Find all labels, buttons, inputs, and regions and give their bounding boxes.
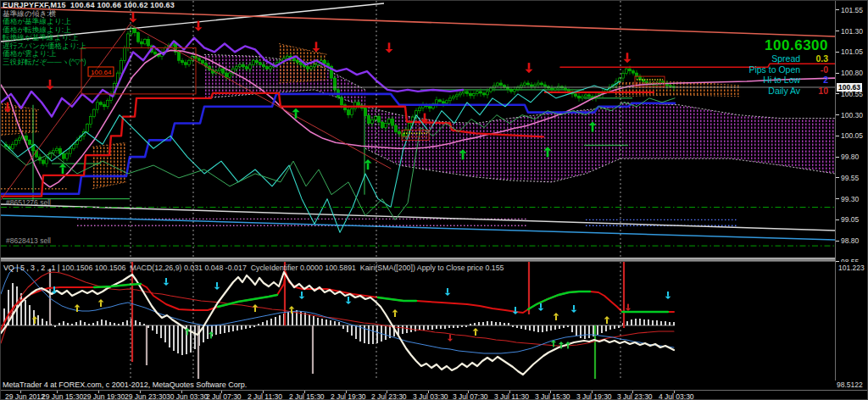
candle-body — [29, 140, 31, 144]
candle-body — [56, 148, 58, 150]
candle-body — [266, 67, 269, 69]
price-tick-mark — [836, 136, 839, 136]
signal-arrow-green-up-shaft — [553, 342, 554, 347]
sell-signal-arrow-shaft — [315, 42, 318, 48]
candle-body — [429, 107, 431, 108]
signal-arrow-cyan-down-shaft — [216, 282, 218, 287]
time-axis-label: 29 Jun 15:30 — [42, 392, 83, 400]
signal-arrow-green-up — [209, 331, 214, 334]
candle-body — [46, 158, 48, 164]
signal-arrow-green-up-shaft — [186, 331, 188, 335]
candle-body — [314, 64, 316, 66]
candle-body — [97, 103, 99, 109]
candle-body — [259, 63, 262, 64]
candle-body — [470, 93, 472, 95]
candle-body — [12, 144, 14, 148]
candle-body — [253, 60, 255, 64]
sell-signal-arrow-shaft — [388, 42, 391, 49]
indicator-axis[interactable]: 101.223 — [835, 262, 868, 381]
buy-signal-arrow — [292, 108, 300, 113]
price-tick-mark — [836, 93, 839, 94]
signal-arrow-green-up-shaft — [560, 344, 562, 348]
ichimoku-status-lines: 基準線の傾き:横価格が基準線より:上価格が転換線より:上転換線が基準線より:上遅… — [3, 10, 175, 67]
candle-body — [632, 71, 635, 73]
time-axis-label: 3 Jul 11:30 — [494, 392, 529, 400]
signal-arrow-cyan-down-shaft — [447, 288, 448, 293]
candle-body — [181, 60, 184, 62]
candle-body — [449, 98, 452, 101]
price-axis[interactable]: 101.55101.30101.05100.80100.55100.30100.… — [835, 1, 868, 262]
candle-body — [629, 69, 632, 70]
signal-arrow-yellow-up-shaft — [555, 315, 557, 320]
indicator-axis-top-label: 101.223 — [838, 264, 865, 272]
current-price-axis-box: 100.63 — [837, 83, 862, 92]
candle-body — [364, 108, 367, 116]
candle-body — [459, 93, 462, 95]
candle-body — [219, 69, 221, 70]
price-tick-mark — [836, 177, 839, 178]
chart-header-overlay: EURJPYFXF,M15 100.64 100.66 100.62 100.6… — [3, 2, 175, 66]
indicator-panel-chart[interactable] — [1, 262, 835, 381]
candle-body — [358, 103, 360, 105]
candle-body — [626, 69, 628, 73]
kumo_purple_b-fill — [365, 107, 620, 182]
trade-order-label: #8628413 sell — [6, 236, 51, 245]
pips-to-open-label: Pips to Open — [748, 64, 800, 75]
candle-body — [341, 97, 343, 105]
time-axis-label: 29 Jun 2012 — [5, 392, 45, 400]
candle-body — [554, 88, 557, 90]
candle-body — [497, 83, 499, 86]
daily-av-label: Daily Av — [768, 86, 800, 97]
time-axis-label: 2 Jul 07:30 — [206, 392, 242, 400]
signal-arrow-green-up-shaft — [567, 344, 569, 348]
candle-body — [466, 92, 469, 93]
candle-body — [565, 88, 567, 90]
candle-body — [178, 52, 181, 60]
candle-body — [480, 92, 482, 93]
candle-body — [202, 60, 204, 63]
candle-body — [385, 124, 387, 128]
candle-body — [541, 83, 543, 85]
candle-body — [348, 110, 350, 115]
candle-body — [287, 56, 289, 58]
price-tick-mark — [836, 219, 839, 220]
candle-body — [388, 119, 391, 124]
price-tick-label: 99.55 — [841, 174, 859, 182]
daily-av-value: 10 — [803, 86, 828, 97]
spread-value: 0.3 — [803, 53, 828, 64]
time-axis-label: 4 Jul 03:30 — [659, 392, 694, 400]
sell-signal-arrow-shaft — [528, 63, 531, 69]
quote-row-daily-av: Daily Av 10 — [748, 86, 828, 97]
time-axis-label: 2 Jul 23:30 — [371, 392, 407, 400]
candle-body — [453, 97, 455, 98]
signal-arrow-yellow-up — [75, 304, 81, 307]
quote-row-spread: Spread 0.3 — [748, 53, 828, 64]
candle-body — [15, 140, 18, 144]
buy-signal-arrow — [364, 159, 372, 164]
buy-signal-arrow-shaft — [462, 153, 465, 160]
signal-arrow-red-down — [626, 308, 631, 311]
hi-to-low-value: 2 — [803, 75, 828, 86]
indicator-header: VQ | 5 , 3 , 2 , 1 | 100.1506 100.1506 M… — [3, 264, 504, 272]
signal-arrow-yellow-up — [32, 316, 38, 319]
signal-arrow-yellow-up-shaft — [254, 307, 256, 312]
candle-body — [90, 117, 92, 125]
price-tick-label: 98.80 — [841, 236, 859, 245]
candle-body — [419, 108, 421, 110]
candle-body — [63, 153, 65, 158]
ichimoku-status-line: 価格が基準線より:上 — [3, 18, 168, 25]
candle-body — [436, 100, 438, 104]
quote-row-hi-to-low: Hi to Low 2 — [748, 75, 828, 86]
candle-body — [100, 103, 103, 104]
candle-body — [263, 64, 265, 66]
signal-arrow-green-up — [559, 342, 564, 344]
time-axis[interactable]: 29 Jun 201229 Jun 15:3029 Jun 19:3029 Ju… — [1, 390, 868, 400]
candle-body — [446, 101, 448, 103]
candle-body — [514, 89, 516, 91]
candle-body — [398, 131, 401, 133]
status-bar: MetaTrader 4 at FOREX.com, c 2001-2012, … — [1, 381, 868, 390]
candle-body — [588, 95, 591, 97]
cycle-identifier-label: CycleIdentifier — [251, 264, 298, 272]
signal-arrow-cyan-down — [571, 310, 577, 313]
hi-to-low-label: Hi to Low — [763, 75, 800, 86]
